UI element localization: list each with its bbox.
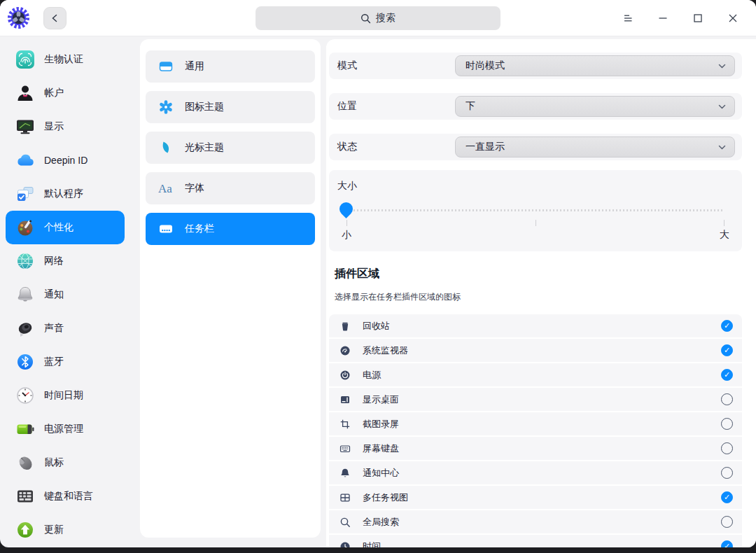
search-placeholder: 搜索 — [376, 12, 396, 24]
font-icon: Aa — [158, 181, 174, 196]
size-min-label: 小 — [342, 229, 351, 241]
time-icon — [340, 541, 351, 548]
plugin-checkbox[interactable] — [721, 442, 733, 454]
update-icon — [15, 520, 35, 540]
mode-value: 时尚模式 — [465, 59, 505, 72]
plugin-row-notification-center: 通知中心 — [329, 461, 742, 484]
palette-icon — [15, 218, 35, 237]
plugin-checkbox[interactable] — [721, 467, 733, 479]
chevron-down-icon — [718, 62, 727, 71]
icon-theme-icon — [158, 99, 174, 115]
cloud-icon — [15, 150, 35, 170]
mouse-icon — [15, 453, 35, 472]
sidebar-item-label: 默认程序 — [44, 188, 83, 200]
maximize-button[interactable] — [680, 0, 715, 36]
sidebar-item-personalization[interactable]: 个性化 — [6, 211, 125, 244]
sidebar-item-label: 显示 — [44, 120, 64, 133]
sidebar-item-display[interactable]: 显示 — [6, 110, 125, 144]
sidebar-item-label: 键盘和语言 — [44, 490, 93, 503]
speaker-icon — [15, 318, 35, 338]
sidebar-item-bluetooth[interactable]: 蓝牙 — [6, 345, 125, 379]
sidebar-item-update[interactable]: 更新 — [6, 513, 125, 547]
onscreen-keyboard-icon — [340, 443, 351, 454]
network-icon — [15, 251, 35, 271]
sidebar-item-label: 更新 — [44, 524, 64, 536]
sidebar-item-default-apps[interactable]: 默认程序 — [6, 177, 125, 211]
sidebar-item-label: Deepin ID — [44, 155, 88, 166]
subnav-item-label: 任务栏 — [185, 223, 214, 235]
status-dropdown[interactable]: 一直显示 — [455, 136, 735, 158]
size-slider-handle[interactable] — [337, 200, 356, 218]
mode-setting-row: 模式 时尚模式 — [329, 52, 742, 79]
size-label: 大小 — [337, 180, 357, 192]
status-label: 状态 — [337, 141, 357, 153]
size-slider-track[interactable] — [346, 209, 724, 211]
app-logo-icon — [7, 6, 30, 29]
plugin-label: 电源 — [363, 369, 381, 382]
sidebar-item-network[interactable]: 网络 — [6, 244, 125, 278]
plugin-checkbox[interactable] — [721, 369, 733, 381]
titlebar: 搜索 — [0, 0, 756, 36]
sidebar-item-keyboard[interactable]: 键盘和语言 — [6, 479, 125, 513]
sidebar-item-notifications[interactable]: 通知 — [6, 278, 125, 312]
sidebar: 生物认证 帐户 显示 — [0, 36, 139, 547]
subnav-item-icon-theme[interactable]: 图标主题 — [146, 91, 315, 123]
subnav-item-cursor-theme[interactable]: 光标主题 — [146, 132, 315, 164]
sidebar-item-datetime[interactable]: 时间日期 — [6, 379, 125, 412]
plugin-checkbox[interactable] — [721, 491, 733, 503]
sidebar-item-sound[interactable]: 声音 — [6, 312, 125, 345]
window-controls — [610, 0, 750, 36]
mode-dropdown[interactable]: 时尚模式 — [455, 55, 735, 76]
chevron-down-icon — [718, 143, 727, 152]
control-center-window: 搜索 — [0, 0, 756, 547]
plugin-checkbox[interactable] — [721, 320, 733, 332]
sidebar-item-label: 鼠标 — [44, 456, 64, 469]
plugin-checkbox[interactable] — [721, 393, 733, 405]
subnav-item-general[interactable]: 通用 — [146, 50, 315, 83]
subnav-item-taskbar[interactable]: 任务栏 — [146, 213, 315, 245]
plugin-area-subtitle: 选择显示在任务栏插件区域的图标 — [335, 291, 742, 303]
general-icon — [158, 59, 174, 74]
back-button[interactable] — [43, 7, 66, 29]
plugin-checkbox[interactable] — [721, 344, 733, 356]
plugin-row-power: 电源 — [329, 363, 742, 386]
notification-center-icon — [340, 468, 351, 479]
system-monitor-icon — [340, 345, 351, 356]
titlebar-menu-button[interactable] — [610, 0, 645, 36]
plugin-checkbox[interactable] — [721, 418, 733, 430]
plugin-checkbox[interactable] — [721, 516, 733, 528]
size-setting-card: 大小 小 大 — [329, 170, 742, 251]
sidebar-item-label: 蓝牙 — [44, 356, 64, 368]
content-area: 生物认证 帐户 显示 — [0, 36, 756, 547]
search-input[interactable]: 搜索 — [255, 6, 500, 30]
close-button[interactable] — [715, 0, 750, 36]
chevron-left-icon — [50, 13, 60, 23]
screenshot-icon — [340, 419, 351, 430]
plugin-area-title: 插件区域 — [335, 267, 742, 281]
fingerprint-icon — [15, 50, 35, 69]
minimize-button[interactable] — [645, 0, 680, 36]
sidebar-item-accounts[interactable]: 帐户 — [6, 76, 125, 110]
sidebar-item-mouse[interactable]: 鼠标 — [6, 446, 125, 479]
subnav-item-label: 通用 — [185, 60, 204, 73]
sidebar-item-biometric[interactable]: 生物认证 — [6, 43, 125, 76]
sidebar-item-label: 电源管理 — [44, 423, 83, 435]
plugin-row-show-desktop: 显示桌面 — [329, 388, 742, 411]
sidebar-item-label: 声音 — [44, 322, 64, 335]
plugin-row-screenshot: 截图录屏 — [329, 412, 742, 435]
subnav-item-font[interactable]: Aa 字体 — [146, 172, 315, 204]
position-setting-row: 位置 下 — [329, 93, 742, 120]
position-label: 位置 — [337, 100, 357, 113]
keyboard-icon — [15, 486, 35, 506]
position-dropdown[interactable]: 下 — [455, 96, 735, 117]
position-value: 下 — [465, 100, 475, 113]
slider-tick — [724, 220, 724, 226]
show-desktop-icon — [340, 394, 351, 405]
global-search-icon — [340, 517, 351, 528]
sidebar-item-deepin-id[interactable]: Deepin ID — [6, 144, 125, 177]
subnav-item-label: 光标主题 — [185, 141, 224, 154]
sidebar-item-power[interactable]: 电源管理 — [6, 412, 125, 446]
plugin-checkbox[interactable] — [721, 540, 733, 547]
sidebar-item-label: 生物认证 — [44, 53, 83, 66]
bell-icon — [15, 285, 35, 304]
